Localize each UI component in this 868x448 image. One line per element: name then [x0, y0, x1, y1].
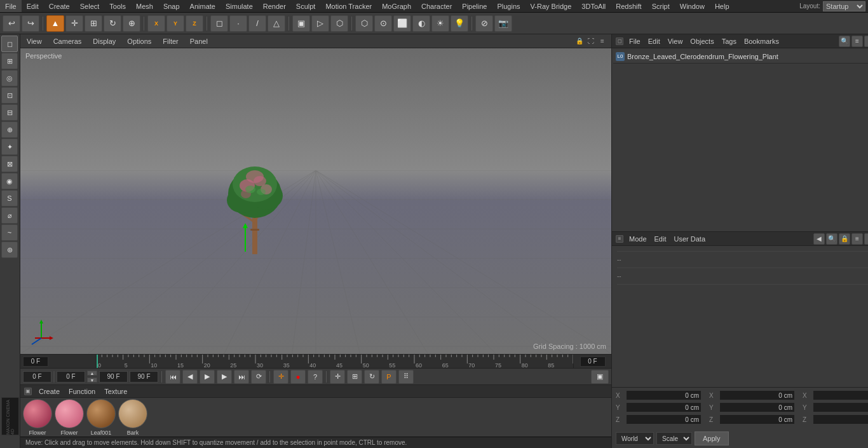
timeline-ruler[interactable]: [97, 355, 573, 369]
objects-menu-objects[interactable]: Objects: [688, 37, 715, 45]
attr-settings-btn[interactable]: ≡: [851, 233, 863, 245]
polygon-mode-button[interactable]: △: [268, 15, 285, 32]
menu-pipeline[interactable]: Pipeline: [457, 0, 492, 12]
perspective-view-button[interactable]: ⬡: [355, 15, 373, 32]
attr-nav-prev-btn[interactable]: ◀: [813, 233, 825, 245]
material-item-bark[interactable]: Bark: [118, 399, 147, 436]
forward-to-end-btn[interactable]: ⏭: [234, 370, 249, 384]
motion-clip-btn[interactable]: ⠿: [398, 370, 414, 384]
add-keyframe-btn[interactable]: ✛: [273, 370, 288, 384]
sidebar-generator[interactable]: ⊡: [1, 87, 18, 104]
rot-x-field[interactable]: 0 cm: [719, 390, 795, 400]
menu-animate[interactable]: Animate: [185, 0, 220, 12]
render-preview-btn[interactable]: ▣: [591, 370, 609, 384]
frame-down-btn[interactable]: ▼: [87, 377, 97, 383]
menu-edit[interactable]: Edit: [22, 0, 44, 12]
viewport-menu-view[interactable]: View: [24, 37, 44, 45]
auto-key-btn[interactable]: ●: [290, 370, 306, 384]
rewind-to-start-btn[interactable]: ⏮: [165, 370, 180, 384]
viewport-lock-icon[interactable]: 🔒: [574, 36, 585, 46]
rotate-tool-button[interactable]: ↻: [104, 15, 121, 32]
move-tool-transport[interactable]: ✛: [330, 370, 345, 384]
scale-tool-button[interactable]: ⊞: [85, 15, 102, 32]
menu-redshift[interactable]: Redshift: [611, 0, 646, 12]
snap-button[interactable]: ⊘: [475, 15, 493, 32]
render-region-button[interactable]: ▣: [292, 15, 310, 32]
add-camera-button[interactable]: ⊙: [374, 15, 392, 32]
sidebar-deform[interactable]: ⊞: [1, 53, 18, 69]
objects-search-btn[interactable]: 🔍: [839, 36, 850, 47]
materials-menu-texture[interactable]: Texture: [102, 388, 129, 395]
transform-tool-button[interactable]: ⊕: [123, 15, 140, 32]
menu-motion-tracker[interactable]: Motion Tracker: [320, 0, 377, 12]
record-active-btn[interactable]: P: [381, 370, 397, 384]
material-item-flower-pink[interactable]: Flower: [55, 399, 84, 436]
step-forward-btn[interactable]: ▶: [217, 370, 232, 384]
sidebar-render[interactable]: S: [1, 190, 18, 207]
viewport-menu-options[interactable]: Options: [125, 37, 154, 45]
menu-sculpt[interactable]: Sculpt: [291, 0, 321, 12]
sidebar-nurbs[interactable]: ◎: [1, 70, 18, 86]
viewport-fullscreen-icon[interactable]: ⛶: [586, 36, 596, 46]
sidebar-tag[interactable]: ⊠: [1, 156, 18, 172]
pos-x-field[interactable]: 0 cm: [626, 390, 702, 400]
object-row-plant[interactable]: L0 Bronze_Leaved_Clerodendrum_Flowering_…: [613, 50, 868, 64]
render-queue-button[interactable]: ⬡: [330, 15, 348, 32]
pos-y-field[interactable]: 0 cm: [626, 402, 702, 412]
menu-create[interactable]: Create: [44, 0, 75, 12]
light-button[interactable]: ☀: [431, 15, 449, 32]
attr-menu-mode[interactable]: Mode: [627, 235, 649, 243]
objects-close-btn[interactable]: ✕: [864, 36, 868, 47]
menu-snap[interactable]: Snap: [158, 0, 185, 12]
camera-record-button[interactable]: 📷: [494, 15, 512, 32]
materials-menu-create[interactable]: Create: [37, 388, 62, 395]
menu-select[interactable]: Select: [75, 0, 105, 12]
menu-script[interactable]: Script: [647, 0, 675, 12]
move-tool-button[interactable]: ✛: [65, 15, 83, 32]
objects-menu-edit[interactable]: Edit: [646, 37, 662, 45]
attr-search-btn[interactable]: 🔍: [826, 233, 837, 245]
edge-mode-button[interactable]: /: [248, 15, 266, 32]
objects-menu-tags[interactable]: Tags: [720, 37, 738, 45]
attr-menu-edit[interactable]: Edit: [653, 235, 668, 243]
attr-lock-btn[interactable]: 🔒: [839, 233, 850, 245]
material-item-leaf[interactable]: Leaf001: [86, 399, 116, 436]
sidebar-effector[interactable]: ✦: [1, 139, 18, 155]
current-frame-field[interactable]: 0 F: [23, 356, 48, 367]
loop-btn[interactable]: ⟳: [251, 370, 266, 384]
select-tool-button[interactable]: ▲: [46, 15, 64, 32]
sidebar-sculpt[interactable]: ⌀: [1, 207, 18, 224]
menu-3dtoall[interactable]: 3DToAll: [576, 0, 611, 12]
timeline[interactable]: 0 F 0 F: [20, 354, 611, 368]
viewport[interactable]: View Cameras Display Options Filter Pane…: [20, 34, 611, 354]
sidebar-extra[interactable]: ⊛: [1, 241, 18, 258]
scale-z-field[interactable]: 0°: [813, 414, 868, 424]
tree-3d-object[interactable]: [215, 140, 298, 268]
objects-settings-btn[interactable]: ≡: [851, 36, 863, 47]
sidebar-modifier[interactable]: ⊟: [1, 104, 18, 121]
play-btn[interactable]: ▶: [200, 370, 215, 384]
rot-y-field[interactable]: 0 cm: [719, 402, 795, 412]
sidebar-field[interactable]: ⊕: [1, 121, 18, 138]
sky-button[interactable]: ◐: [412, 15, 430, 32]
attr-menu-userdata[interactable]: User Data: [672, 235, 708, 243]
menu-file[interactable]: File: [0, 0, 22, 12]
scale-x-field[interactable]: 0°: [813, 390, 868, 400]
render-view-button[interactable]: ▷: [311, 15, 329, 32]
menu-tools[interactable]: Tools: [104, 0, 131, 12]
x-axis-button[interactable]: X: [147, 15, 165, 32]
end-frame-total-field[interactable]: 90 F: [130, 371, 158, 383]
apply-button[interactable]: Apply: [695, 431, 729, 445]
objects-menu-view[interactable]: View: [666, 37, 685, 45]
preview-start-field[interactable]: 0 F: [57, 371, 85, 383]
viewport-menu-display[interactable]: Display: [90, 37, 118, 45]
sidebar-spline[interactable]: ~: [1, 224, 18, 241]
y-axis-button[interactable]: Y: [166, 15, 184, 32]
sidebar-material[interactable]: ◉: [1, 173, 18, 189]
pos-z-field[interactable]: 0 cm: [626, 414, 702, 424]
floor-button[interactable]: ⬜: [393, 15, 411, 32]
menu-character[interactable]: Character: [416, 0, 457, 12]
scale-tool-transport[interactable]: ⊞: [347, 370, 362, 384]
menu-mesh[interactable]: Mesh: [131, 0, 158, 12]
layout-select[interactable]: Startup Standard Animate: [823, 1, 865, 11]
